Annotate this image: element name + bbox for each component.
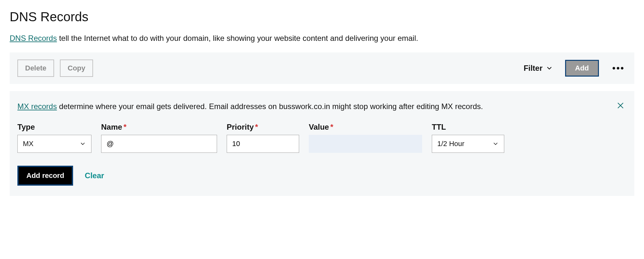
record-form-panel: MX records determine where your email ge…	[10, 91, 634, 196]
page-title: DNS Records	[10, 10, 634, 24]
priority-label: Priority*	[227, 123, 299, 132]
ttl-select[interactable]: 1/2 Hour	[432, 135, 504, 153]
type-value: MX	[23, 140, 33, 148]
copy-button[interactable]: Copy	[60, 60, 93, 77]
add-record-button[interactable]: Add record	[17, 166, 73, 186]
add-button[interactable]: Add	[565, 60, 599, 77]
value-label: Value*	[309, 123, 422, 132]
chevron-down-icon	[80, 141, 86, 147]
more-options-icon[interactable]: •••	[611, 63, 627, 73]
chevron-down-icon	[546, 65, 553, 72]
mx-notice: MX records determine where your email ge…	[17, 99, 627, 114]
value-input[interactable]	[309, 135, 422, 153]
name-label: Name*	[101, 123, 217, 132]
filter-dropdown[interactable]: Filter	[524, 64, 553, 73]
clear-button[interactable]: Clear	[85, 171, 104, 180]
chevron-down-icon	[492, 141, 499, 147]
field-type: Type MX	[17, 123, 91, 153]
field-priority: Priority*	[227, 123, 299, 153]
toolbar: Delete Copy Filter Add •••	[10, 52, 634, 84]
field-name: Name*	[101, 123, 217, 153]
dns-records-link[interactable]: DNS Records	[10, 34, 57, 42]
mx-notice-text: determine where your email gets delivere…	[57, 102, 483, 111]
type-select[interactable]: MX	[17, 135, 91, 153]
name-input[interactable]	[101, 135, 217, 153]
filter-label: Filter	[524, 64, 543, 73]
field-value: Value*	[309, 123, 422, 153]
field-ttl: TTL 1/2 Hour	[432, 123, 504, 153]
page-description: DNS Records tell the Internet what to do…	[10, 34, 634, 43]
page-description-text: tell the Internet what to do with your d…	[57, 34, 418, 42]
field-row: Type MX Name* Priority* Value*	[17, 123, 627, 153]
ttl-value: 1/2 Hour	[437, 140, 464, 148]
ttl-label: TTL	[432, 123, 504, 132]
priority-input[interactable]	[227, 135, 299, 153]
type-label: Type	[17, 123, 91, 132]
close-icon[interactable]	[614, 99, 627, 114]
delete-button[interactable]: Delete	[17, 60, 54, 77]
form-actions: Add record Clear	[17, 166, 627, 186]
mx-records-link[interactable]: MX records	[17, 102, 57, 111]
